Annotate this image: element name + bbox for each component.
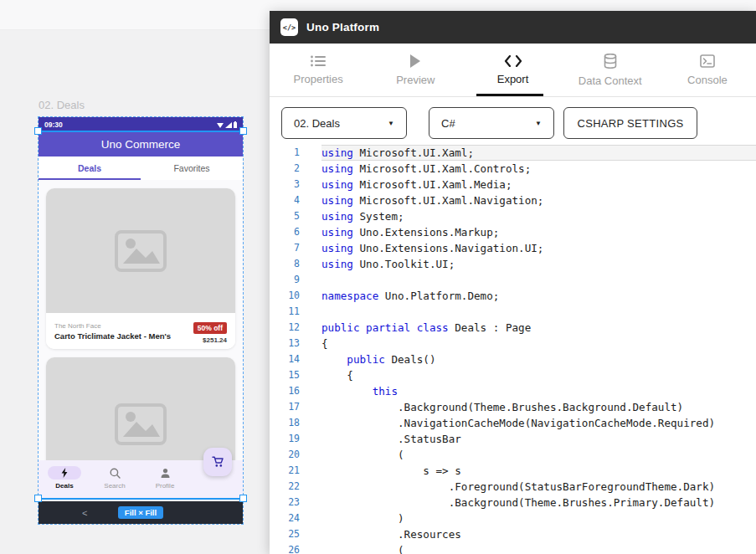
code-line: 1using Microsoft.UI.Xaml; [270,145,756,161]
code-line: 13{ [270,336,756,351]
selection-edge-top [39,131,243,132]
product-image-placeholder [46,357,235,460]
product-name: Carto Triclimate Jacket - Men's [54,331,171,341]
language-select[interactable]: C# ▼ [429,107,554,139]
code-line: 21 s => s [270,463,756,479]
panel-tab-bar: Properties Preview Export Data Con [270,44,756,97]
profile-icon [160,468,171,479]
tab-console[interactable]: Console [659,44,756,96]
code-line: 12public partial class Deals : Page [270,320,756,336]
list-icon [311,55,326,67]
selection-handle-bottom-left[interactable] [34,495,42,502]
code-line: 7using Uno.Extensions.Navigation.UI; [270,240,756,256]
product-price: $251.24 [193,336,227,344]
code-line: 18 .NavigationCacheMode(NavigationCacheM… [270,415,756,431]
tab-preview[interactable]: Preview [367,44,464,96]
chevron-down-icon: ▼ [388,120,394,127]
phone-tab-bar: Deals Favorites [39,156,243,180]
selection-handle-bottom-right[interactable] [239,495,247,502]
nav-item-search[interactable]: Search [95,466,135,490]
code-line: 25 .Resources [270,526,756,542]
code-line: 8using Uno.Toolkit.UI; [270,256,756,272]
cart-icon [212,456,224,468]
screenshot-root: 02. Deals 09:30 Uno Commerce Deals Favor… [0,0,756,554]
product-card[interactable]: The North Face Carto Triclimate Jacket -… [46,188,235,349]
code-line: 9 [270,272,756,288]
panel-title: Uno Platform [306,21,379,33]
panel-header: </> Uno Platform [270,11,756,44]
code-icon [504,55,522,67]
product-info: The North Face Carto Triclimate Jacket -… [46,313,235,349]
export-controls: 02. Deals ▼ C# ▼ CSHARP SETTINGS [281,107,756,139]
active-nav-pill [48,466,81,480]
uno-platform-panel: </> Uno Platform Properties Preview [270,11,756,554]
status-time: 09:30 [44,121,63,129]
status-icons [217,121,237,128]
code-line: 11 [270,304,756,320]
code-line: 5using System; [270,208,756,224]
code-line: 26 ( [270,542,756,554]
search-icon [110,468,121,479]
nav-item-profile[interactable]: Profile [145,466,185,490]
app-bar: Uno Commerce [39,132,243,156]
code-line: 10namespace Uno.Platform.Demo; [270,288,756,304]
cart-fab[interactable] [203,448,232,476]
code-line: 24 ) [270,510,756,526]
code-line: 16 this [270,383,756,399]
code-line: 14 public Deals() [270,351,756,367]
tab-data-context[interactable]: Data Context [562,44,659,96]
frame-label[interactable]: 02. Deals [39,99,85,111]
signal-icon [225,122,232,128]
code-line: 23 .Background(Theme.Brushes.Primary.Def… [270,495,756,510]
battery-icon [234,121,237,128]
code-line: 6using Uno.Extensions.Markup; [270,224,756,240]
code-line: 17 .Background(Theme.Brushes.Background.… [270,399,756,415]
tab-favorites[interactable]: Favorites [141,156,243,180]
chevron-down-icon: ▼ [535,120,542,127]
code-logo-icon: </> [280,18,298,36]
lightning-icon [61,468,68,478]
collapse-chevron-icon[interactable]: < [82,508,87,518]
app-bar-title: Uno Commerce [101,138,181,151]
terminal-icon [700,54,715,68]
tab-deals[interactable]: Deals [39,156,141,180]
play-icon [409,54,421,68]
code-line: 3using Microsoft.UI.Xaml.Media; [270,177,756,192]
tab-export[interactable]: Export [464,44,561,96]
product-image-placeholder [46,188,235,313]
database-icon [604,54,617,69]
code-line: 2using Microsoft.UI.Xaml.Controls; [270,161,756,177]
layout-size-bar: < Fill × Fill [39,501,243,524]
csharp-settings-button[interactable]: CSHARP SETTINGS [563,107,697,139]
code-editor[interactable]: 1using Microsoft.UI.Xaml;2using Microsof… [270,145,756,554]
product-brand: The North Face [54,322,171,330]
code-line: 19 .StatusBar [270,431,756,447]
nav-item-deals[interactable]: Deals [44,466,85,490]
fill-size-pill[interactable]: Fill × Fill [118,506,163,519]
code-line: 20 ( [270,447,756,463]
product-list[interactable]: The North Face Carto Triclimate Jacket -… [39,180,243,460]
wifi-icon [217,122,224,128]
code-line: 4using Microsoft.UI.Xaml.Navigation; [270,192,756,208]
tab-properties[interactable]: Properties [270,44,367,96]
image-placeholder-icon [115,230,167,272]
selection-handle-top-left[interactable] [34,127,42,135]
code-line: 15 { [270,367,756,383]
selection-handle-top-right[interactable] [239,127,247,135]
code-line: 22 .Foreground(StatusBarForegroundTheme.… [270,479,756,495]
image-placeholder-icon [115,403,167,445]
product-card[interactable] [46,357,235,460]
page-select[interactable]: 02. Deals ▼ [281,107,407,139]
selection-edge-bottom [39,498,243,500]
phone-frame[interactable]: 09:30 Uno Commerce Deals Favorites [39,117,243,524]
discount-badge: 50% off [193,322,227,334]
